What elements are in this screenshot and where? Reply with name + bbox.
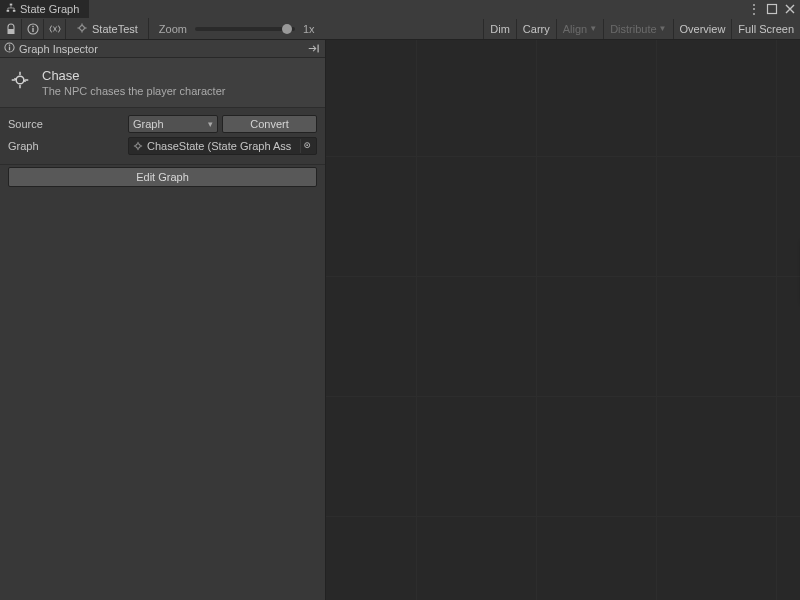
svg-rect-1 <box>7 10 10 12</box>
align-button[interactable]: Align▼ <box>556 19 603 39</box>
source-dropdown[interactable]: Graph <box>128 115 218 133</box>
lock-button[interactable] <box>0 19 22 39</box>
zoom-slider[interactable] <box>195 27 295 31</box>
zoom-group: Zoom 1x <box>149 23 325 35</box>
chevron-down-icon: ▼ <box>589 24 597 33</box>
inspector-header: Graph Inspector <box>0 40 325 58</box>
node-title: Chase <box>42 68 225 83</box>
window-menu-icon[interactable]: ⋮ <box>748 3 760 15</box>
svg-rect-2 <box>13 10 16 12</box>
graph-object-field[interactable]: ChaseState (State Graph Ass <box>128 137 317 155</box>
context-label: StateTest <box>92 23 138 35</box>
svg-point-13 <box>16 76 24 84</box>
fullscreen-button[interactable]: Full Screen <box>731 19 800 39</box>
canvas-grid <box>326 40 800 600</box>
svg-point-16 <box>306 144 308 146</box>
maximize-icon[interactable] <box>766 3 778 15</box>
state-icon <box>131 140 145 152</box>
svg-rect-10 <box>9 47 10 51</box>
svg-rect-0 <box>10 4 13 6</box>
sub-toolbar: StateTest Zoom 1x Dim Carry Align▼ Distr… <box>0 18 800 40</box>
distribute-button[interactable]: Distribute▼ <box>603 19 672 39</box>
window-tab[interactable]: State Graph <box>0 0 89 18</box>
collapse-panel-button[interactable] <box>307 43 321 54</box>
state-icon <box>76 22 88 36</box>
overview-button[interactable]: Overview <box>673 19 732 39</box>
dim-button[interactable]: Dim <box>483 19 516 39</box>
breadcrumb-context[interactable]: StateTest <box>66 18 149 39</box>
close-icon[interactable] <box>784 3 796 15</box>
inspector-fields: Source Graph Convert Graph ChaseState (S… <box>0 108 325 165</box>
window-title-bar: State Graph ⋮ <box>0 0 800 18</box>
chevron-down-icon: ▼ <box>659 24 667 33</box>
graph-canvas[interactable]: Chase The NPC chases the player characte… <box>326 40 800 600</box>
carry-button[interactable]: Carry <box>516 19 556 39</box>
inspector-selected-node: Chase The NPC chases the player characte… <box>0 58 325 108</box>
zoom-slider-thumb[interactable] <box>282 24 292 34</box>
convert-button[interactable]: Convert <box>222 115 317 133</box>
state-icon <box>8 68 32 92</box>
node-description: The NPC chases the player character <box>42 85 225 97</box>
svg-point-8 <box>80 25 85 30</box>
svg-rect-4 <box>7 29 14 34</box>
svg-rect-11 <box>9 45 10 46</box>
svg-rect-6 <box>32 28 33 32</box>
svg-rect-3 <box>768 5 777 14</box>
svg-rect-12 <box>318 45 319 53</box>
zoom-value: 1x <box>303 23 315 35</box>
svg-point-14 <box>136 144 141 149</box>
object-picker-icon[interactable] <box>300 139 314 153</box>
graph-inspector-panel: Graph Inspector Chase The NPC chases the… <box>0 40 326 600</box>
window-title: State Graph <box>20 3 79 15</box>
graph-object-value: ChaseState (State Graph Ass <box>147 140 291 152</box>
source-label: Source <box>8 118 128 130</box>
info-button[interactable] <box>22 19 44 39</box>
edit-graph-button[interactable]: Edit Graph <box>8 167 317 187</box>
svg-rect-7 <box>32 25 33 26</box>
graph-label: Graph <box>8 140 128 152</box>
variables-button[interactable] <box>44 19 66 39</box>
zoom-label: Zoom <box>159 23 187 35</box>
hierarchy-icon <box>6 3 16 15</box>
inspector-title: Graph Inspector <box>19 43 98 55</box>
info-icon <box>4 42 15 55</box>
